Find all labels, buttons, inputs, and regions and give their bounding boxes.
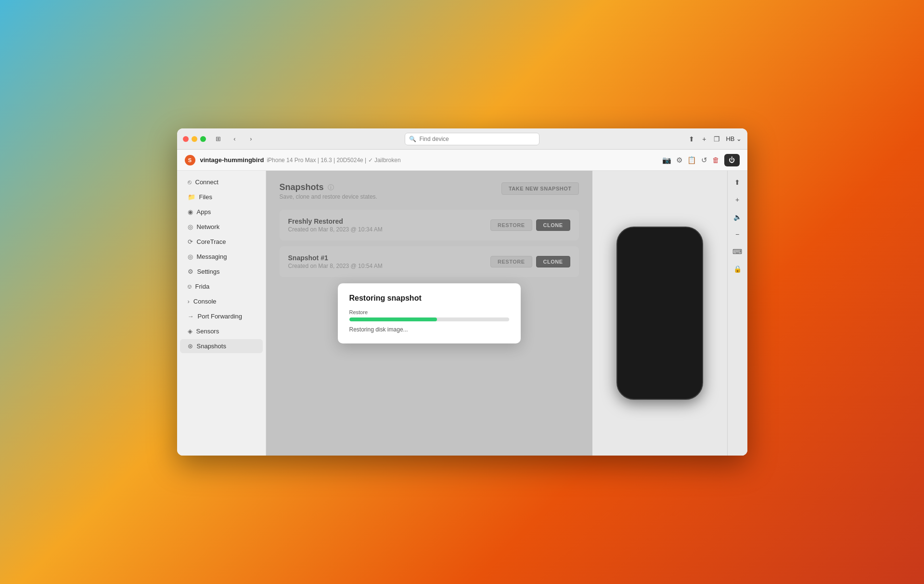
content-area: Snapshots ⓘ Save, clone and restore devi… [266, 171, 747, 456]
console-icon: › [188, 298, 190, 305]
portforwarding-icon: → [188, 313, 194, 320]
search-box: 🔍 [405, 133, 539, 145]
progress-bar-background [349, 317, 509, 321]
clone-window-button[interactable]: ❐ [712, 134, 722, 144]
main-panel: Snapshots ⓘ Save, clone and restore devi… [266, 171, 592, 456]
right-toolbar: ⬆ + 🔈 − ⌨ 🔒 [727, 171, 747, 456]
devicebar: S vintage-hummingbird iPhone 14 Pro Max … [177, 150, 747, 171]
titlebar: ⊞ ‹ › 🔍 ⬆ + ❐ HB ⌄ [177, 128, 747, 150]
sidebar-item-label: Frida [195, 283, 210, 290]
files-icon: 📁 [188, 193, 195, 201]
sidebar-item-sensors[interactable]: ◈ Sensors [180, 324, 263, 338]
traffic-lights [183, 136, 206, 142]
upload-icon[interactable]: ⬆ [730, 175, 745, 190]
phone-mockup [616, 227, 703, 400]
restore-modal: Restoring snapshot Restore Restoring dis… [338, 283, 521, 343]
sidebar-item-files[interactable]: 📁 Files [180, 190, 263, 204]
sidebar-item-label: Messaging [197, 253, 227, 260]
user-menu[interactable]: HB ⌄ [726, 135, 741, 142]
sidebar-item-label: Snapshots [197, 343, 226, 350]
connect-icon: ⎋ [188, 178, 192, 186]
sidebar-item-label: Files [199, 193, 212, 201]
device-actions: 📷 ⚙ 📋 ↺ 🗑 ⏻ [662, 154, 740, 166]
add-button[interactable]: + [700, 134, 708, 144]
progress-label: Restore [349, 309, 509, 315]
back-button[interactable]: ‹ [228, 134, 242, 144]
keyboard-icon[interactable]: ⌨ [730, 244, 745, 259]
add-icon[interactable]: + [730, 192, 745, 207]
titlebar-right: ⬆ + ❐ HB ⌄ [687, 134, 741, 144]
apps-icon: ◉ [188, 208, 193, 216]
sidebar-item-messaging[interactable]: ◎ Messaging [180, 250, 263, 264]
sidebar-item-settings[interactable]: ⚙ Settings [180, 265, 263, 279]
app-window: ⊞ ‹ › 🔍 ⬆ + ❐ HB ⌄ S vintage-hummingbird… [177, 128, 747, 456]
sidebar-item-label: Network [197, 223, 220, 230]
sidebar-item-console[interactable]: › Console [180, 294, 263, 308]
volume-icon[interactable]: 🔈 [730, 209, 745, 225]
sidebar-item-label: Sensors [196, 328, 219, 335]
progress-bar-fill [349, 317, 437, 321]
sidebar-toggle-button[interactable]: ⊞ [212, 134, 225, 144]
minus-icon[interactable]: − [730, 227, 745, 242]
modal-title: Restoring snapshot [349, 294, 509, 303]
device-screenshot-button[interactable]: 📷 [662, 156, 671, 165]
network-icon: ◎ [188, 223, 193, 230]
device-delete-button[interactable]: 🗑 [712, 156, 719, 164]
sidebar-item-label: CoreTrace [197, 238, 226, 245]
sidebar: ⎋ Connect 📁 Files ◉ Apps ◎ Network ⟳ Cor… [177, 171, 266, 456]
messaging-icon: ◎ [188, 253, 193, 260]
forward-button[interactable]: › [244, 134, 258, 144]
settings-icon: ⚙ [188, 268, 193, 275]
device-clipboard-button[interactable]: 📋 [687, 156, 696, 165]
sensors-icon: ◈ [188, 328, 192, 335]
sidebar-item-snapshots[interactable]: ⊛ Snapshots [180, 339, 263, 353]
restore-overlay: Restoring snapshot Restore Restoring dis… [266, 171, 592, 456]
device-info: iPhone 14 Pro Max | 16.3 | 20D5024e | ✓ … [267, 157, 662, 164]
sidebar-item-network[interactable]: ◎ Network [180, 220, 263, 234]
device-name: vintage-hummingbird [200, 156, 264, 164]
content-inner: Snapshots ⓘ Save, clone and restore devi… [266, 171, 747, 456]
lock-icon[interactable]: 🔒 [730, 261, 745, 277]
sidebar-item-apps[interactable]: ◉ Apps [180, 205, 263, 219]
sidebar-item-portforwarding[interactable]: → Port Forwarding [180, 309, 263, 323]
main-area: ⎋ Connect 📁 Files ◉ Apps ◎ Network ⟳ Cor… [177, 171, 747, 456]
sidebar-item-label: Connect [195, 178, 218, 186]
sidebar-item-label: Port Forwarding [198, 313, 242, 320]
sidebar-item-label: Apps [197, 208, 211, 216]
power-button[interactable]: ⏻ [724, 154, 740, 166]
share-button[interactable]: ⬆ [687, 134, 696, 144]
progress-status: Restoring disk image... [349, 326, 509, 333]
device-initial: S [185, 155, 195, 165]
minimize-button[interactable] [192, 136, 197, 142]
coretrace-icon: ⟳ [188, 238, 193, 245]
user-chevron-icon: ⌄ [736, 135, 742, 142]
sidebar-item-frida[interactable]: ⎊ Frida [180, 279, 263, 293]
snapshots-icon: ⊛ [188, 343, 193, 350]
phone-section [592, 171, 727, 456]
maximize-button[interactable] [200, 136, 206, 142]
search-icon: 🔍 [409, 136, 416, 142]
search-input[interactable] [419, 136, 535, 142]
sidebar-item-label: Settings [197, 268, 220, 275]
frida-icon: ⎊ [188, 283, 192, 290]
user-initials: HB [726, 135, 734, 142]
nav-controls: ⊞ ‹ › [212, 134, 258, 144]
close-button[interactable] [183, 136, 189, 142]
sidebar-item-connect[interactable]: ⎋ Connect [180, 175, 263, 189]
device-refresh-button[interactable]: ↺ [701, 156, 707, 165]
search-area: 🔍 [258, 133, 687, 145]
sidebar-item-label: Console [193, 298, 217, 305]
device-settings-button[interactable]: ⚙ [676, 156, 682, 165]
sidebar-item-coretrace[interactable]: ⟳ CoreTrace [180, 235, 263, 249]
